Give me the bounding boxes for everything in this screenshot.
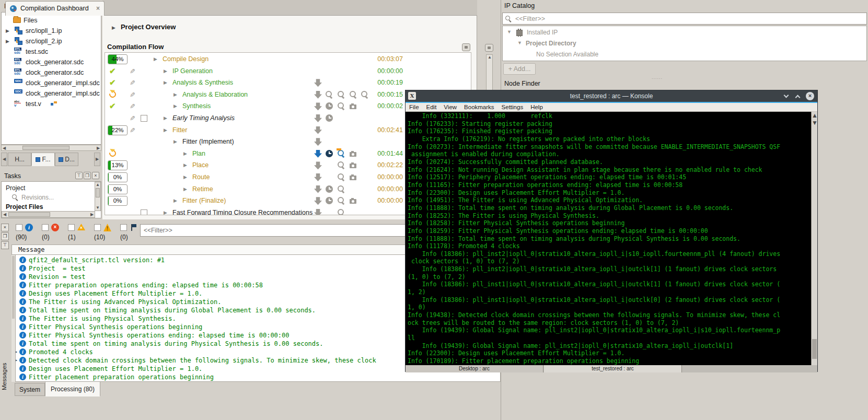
expand-arrow-icon[interactable]: ▶ [183,174,187,180]
file-name[interactable]: src/iopll_1.ip [26,27,62,34]
report-icon[interactable] [314,138,322,146]
expand-arrow-icon[interactable]: ▶ [173,103,177,109]
report-icon[interactable] [314,102,322,110]
expand-arrow-icon[interactable]: ▶ [6,39,9,44]
report-icon[interactable] [314,126,322,134]
expand-arrow-icon[interactable]: ▶ [164,68,167,74]
file-tree-item[interactable]: ▶src/iopll_2.ip [2,37,101,47]
timing-clock-icon[interactable] [326,185,333,193]
terminal-scrollbar[interactable]: ▲ ▼ [811,112,817,365]
expand-arrow-icon[interactable]: ▶ [183,162,187,168]
ip-catalog-search[interactable]: <<Filter>> [502,13,867,25]
edit-pencil-icon[interactable]: ✎ [130,114,135,122]
snapshot-camera-icon[interactable] [350,102,357,110]
close-tab-icon[interactable]: × [96,5,100,12]
konsole-tab-test-restored[interactable]: test_restored : arc [544,365,682,372]
expand-arrow-icon[interactable]: ▶ [173,92,177,97]
flow-row[interactable]: 44%▶Compile Design00:03:07 [105,54,471,65]
report-icon[interactable] [314,209,322,215]
expand-arrow-icon[interactable]: ▶ [173,198,177,203]
float-button[interactable]: ❐ [1,232,9,240]
report-icon[interactable] [314,197,322,205]
expand-arrow-icon[interactable]: ▶ [183,151,187,156]
flow-row[interactable]: ✔✎▶IP Generation00:00:00 [105,66,471,77]
collapse-arrow-icon[interactable]: ▼ [507,29,512,34]
flow-stage-label[interactable]: Fitter [172,126,187,134]
menu-file[interactable]: File [409,104,419,110]
navigator-tab-h[interactable]: H... [8,153,31,166]
snapshot-camera-icon[interactable] [350,173,357,181]
file-tree-item[interactable]: Files [2,16,101,26]
terminal-output[interactable]: Info (332111): 1.000 refclkInfo (176233)… [406,112,812,365]
file-tree-item[interactable]: RTLsdctest.sdc [2,47,101,57]
flow-stage-label[interactable]: Retime [192,185,213,193]
timing-clock-icon[interactable] [326,102,333,110]
ip-tree-project-directory[interactable]: Project Directory [526,40,576,47]
file-tree-item[interactable]: RTLsdcclock_generator.sdc [2,68,101,78]
add-ip-button[interactable]: + Add... [503,63,536,75]
nav-hscrollbar[interactable]: ◀ ▶ [1,145,101,151]
tab-scroll-right[interactable]: ▶ [94,153,100,166]
tab-system[interactable]: System [15,383,45,396]
viewer-magnifier-icon[interactable] [338,102,345,110]
expand-arrow-icon[interactable]: ▶ [6,28,9,33]
flow-stage-label[interactable]: Synthesis [182,102,211,110]
flow-stage-label[interactable]: Analysis & Elaboration [182,91,248,98]
splitter-handle[interactable]: ...... [652,75,663,80]
report-icon[interactable] [314,91,322,99]
flow-stage-label[interactable]: Fitter (Implement) [182,138,234,145]
viewer-magnifier-icon[interactable] [338,173,345,181]
menu-view[interactable]: View [444,104,457,110]
flow-stage-label[interactable]: Place [192,161,209,169]
expand-arrow-icon[interactable]: ▶ [154,56,157,62]
report-icon[interactable] [314,173,322,181]
close-button[interactable]: × [1,224,9,231]
flow-row[interactable]: ✔✎▶Analysis & Synthesis00:00:19 [105,77,471,89]
file-tree-item[interactable]: ▶src/iopll_1.ip [2,26,101,37]
tab-scroll-left[interactable]: ◀ [1,153,7,166]
minimize-button[interactable] [783,94,790,99]
flow-stage-label[interactable]: Route [192,173,210,181]
flow-stage-label[interactable]: Fitter (Finalize) [182,197,226,204]
snapshot-camera-icon[interactable] [350,150,357,158]
snapshot-camera-icon[interactable] [350,197,357,205]
collapse-arrow-icon[interactable]: ▼ [517,40,522,45]
file-tree-item[interactable]: SDCclock_generator_impl.sdc [2,89,101,99]
edit-pencil-icon[interactable]: ✎ [130,67,135,75]
filter-checkbox[interactable] [68,224,75,231]
enable-checkbox[interactable] [141,209,147,215]
float-button[interactable]: ❐ [84,172,91,179]
snapshot-camera-icon[interactable] [350,161,357,169]
pin-button[interactable]: ⊤ [75,172,83,179]
file-name[interactable]: test.sdc [26,48,48,55]
tasks-hscrollbar[interactable]: ◀ ▶ [2,211,95,218]
file-tree-item[interactable]: abcvtest.v [2,99,101,110]
menu-help[interactable]: Help [530,104,543,110]
edit-pencil-icon[interactable]: ✎ [130,91,135,99]
menu-settings[interactable]: Settings [502,104,524,110]
expand-arrow-icon[interactable]: ▶ [173,139,177,144]
file-name[interactable]: Files [24,17,37,24]
close-window-button[interactable]: × [806,92,814,100]
file-name[interactable]: clock_generator_impl.sdc [26,90,100,97]
konsole-tab-desktop[interactable]: Desktop : arc [406,365,543,372]
report-icon[interactable] [314,185,322,193]
expand-arrow-icon[interactable]: ▶ [164,115,167,121]
tab-processing[interactable]: Processing (80) [45,381,100,396]
report-icon[interactable] [314,161,322,169]
konsole-titlebar[interactable]: X test_restored : arc — Konsole × [406,90,817,102]
flow-stage-label[interactable]: Fast Forward Timing Closure Recommendati… [172,209,313,215]
ip-tree-installed-ip[interactable]: Installed IP [527,29,558,36]
filter-checkbox[interactable] [42,224,49,231]
navigator-tab-f[interactable]: F... [31,153,55,166]
flow-stage-label[interactable]: Plan [192,150,205,157]
viewer-magnifier-icon[interactable] [350,91,357,99]
float-button[interactable] [485,44,493,52]
message-vscrollbar[interactable] [11,255,16,382]
message-row[interactable]: iFitter placement preparation operations… [12,373,500,381]
viewer-magnifier-icon[interactable] [338,197,345,205]
enable-checkbox[interactable] [141,115,147,122]
menu-bookmarks[interactable]: Bookmarks [464,104,494,110]
filter-checkbox[interactable] [120,224,127,231]
expand-arrow-icon[interactable]: ▶ [183,186,187,192]
